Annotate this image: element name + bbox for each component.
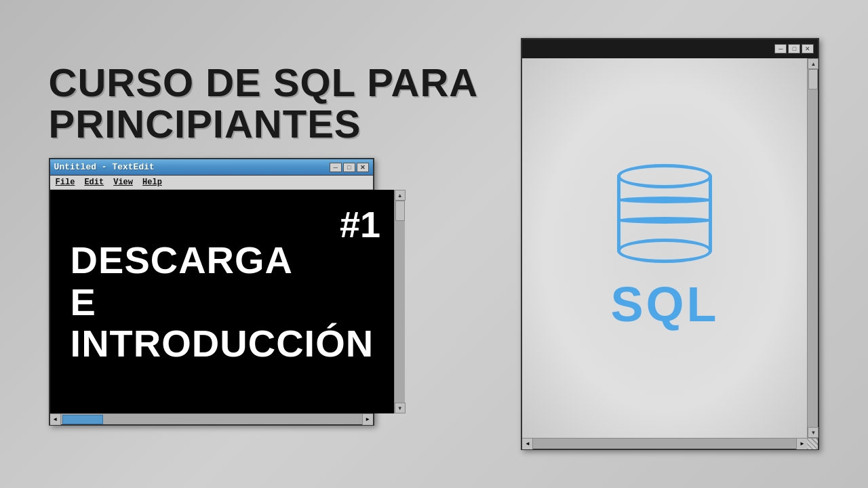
- menu-file[interactable]: File: [56, 178, 75, 187]
- cylinder-top: [617, 164, 712, 188]
- sql-content: SQL: [522, 58, 807, 438]
- sql-window: ─ □ ✕: [521, 38, 819, 450]
- left-section: CURSO DE SQL PARA PRINCIPIANTES Untitled…: [49, 62, 479, 426]
- scroll-thumb[interactable]: [395, 201, 405, 221]
- cylinder-stripe1: [617, 197, 712, 203]
- sql-horizontal-scrollbar: ◄ ►: [522, 438, 818, 449]
- database-icon: [617, 164, 712, 263]
- scroll-right-button[interactable]: ►: [362, 414, 373, 425]
- sql-maximize-button[interactable]: □: [788, 44, 800, 54]
- sql-vertical-scrollbar: ▲ ▼: [807, 58, 818, 438]
- course-title-line2: PRINCIPIANTES: [49, 104, 479, 145]
- cylinder: [617, 164, 712, 263]
- cylinder-stripe2: [617, 217, 712, 224]
- textedit-menubar: File Edit View Help: [50, 176, 373, 190]
- episode-number: #1: [340, 203, 380, 245]
- scroll-bottom-track: [61, 414, 362, 424]
- sql-scroll-track: [808, 69, 818, 427]
- cylinder-bottom: [617, 239, 712, 263]
- scroll-track: [395, 201, 405, 403]
- sql-scroll-left[interactable]: ◄: [522, 439, 533, 449]
- minimize-button[interactable]: ─: [330, 163, 342, 172]
- course-title-line1: CURSO DE SQL PARA: [49, 62, 479, 104]
- scroll-left-button[interactable]: ◄: [50, 414, 61, 425]
- content-line1: DESCARGA: [71, 239, 374, 281]
- menu-help[interactable]: Help: [142, 178, 162, 187]
- textedit-title: Untitled - TextEdit: [54, 162, 155, 172]
- horizontal-scrollbar: ◄ ►: [50, 413, 373, 424]
- scroll-down-button[interactable]: ▼: [395, 403, 406, 413]
- sql-bottom-track: [533, 439, 796, 449]
- sql-scroll-down[interactable]: ▼: [808, 427, 818, 438]
- content-line2: E INTRODUCCIÓN: [71, 281, 374, 365]
- menu-view[interactable]: View: [113, 178, 133, 187]
- scroll-bottom-thumb[interactable]: [62, 415, 103, 424]
- textedit-window: Untitled - TextEdit ─ □ ✕ File Edit View…: [49, 158, 374, 426]
- textedit-titlebar: Untitled - TextEdit ─ □ ✕: [50, 159, 373, 176]
- sql-content-wrapper: SQL ▲ ▼: [522, 58, 818, 438]
- window-controls: ─ □ ✕: [330, 163, 369, 172]
- sql-scroll-right[interactable]: ►: [796, 439, 807, 449]
- content-main-text: DESCARGA E INTRODUCCIÓN: [71, 239, 374, 365]
- sql-scroll-up[interactable]: ▲: [808, 58, 818, 69]
- resize-handle: [807, 439, 818, 449]
- maximize-button[interactable]: □: [343, 163, 355, 172]
- sql-minimize-button[interactable]: ─: [774, 44, 787, 54]
- sql-label: SQL: [610, 277, 719, 332]
- close-button[interactable]: ✕: [357, 163, 369, 172]
- vertical-scrollbar: ▲ ▼: [394, 190, 405, 413]
- right-section: ─ □ ✕: [521, 38, 819, 450]
- main-container: CURSO DE SQL PARA PRINCIPIANTES Untitled…: [0, 0, 868, 488]
- sql-titlebar: ─ □ ✕: [522, 39, 818, 58]
- scroll-up-button[interactable]: ▲: [395, 190, 406, 201]
- textedit-content: #1 DESCARGA E INTRODUCCIÓN: [50, 190, 395, 413]
- sql-close-button[interactable]: ✕: [802, 44, 814, 54]
- menu-edit[interactable]: Edit: [84, 178, 104, 187]
- sql-scroll-thumb[interactable]: [808, 69, 818, 89]
- textedit-content-wrapper: #1 DESCARGA E INTRODUCCIÓN ▲ ▼: [50, 190, 373, 413]
- course-title: CURSO DE SQL PARA PRINCIPIANTES: [49, 62, 479, 145]
